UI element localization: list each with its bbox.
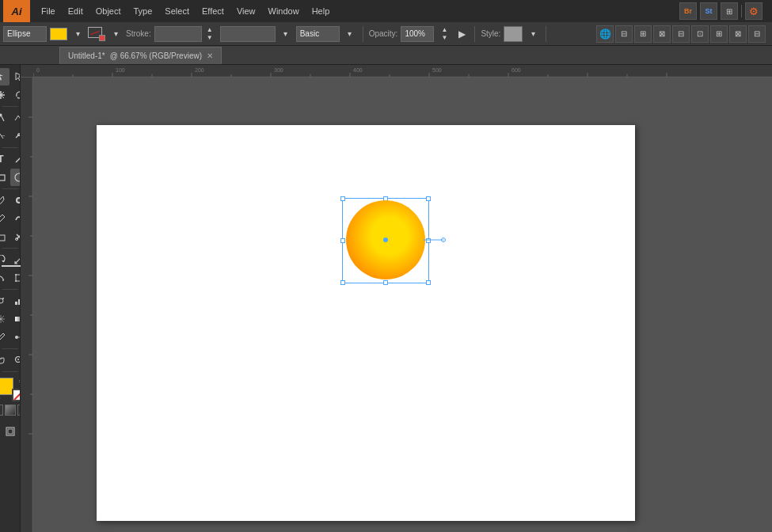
canvas-area[interactable]: 0 100 200 300 400 500 600 xyxy=(21,65,772,532)
menu-select[interactable]: Select xyxy=(158,0,196,22)
arrange-icon4[interactable]: ⊟ xyxy=(672,25,690,43)
free-transform-tool[interactable] xyxy=(10,269,21,287)
column-graph-tool[interactable] xyxy=(10,292,21,310)
menu-window[interactable]: Window xyxy=(262,0,306,22)
opacity-value[interactable]: 100% xyxy=(401,26,434,42)
paintbrush-tool[interactable] xyxy=(0,192,10,209)
arrange-icon1[interactable]: ⊟ xyxy=(615,25,633,43)
svg-point-20 xyxy=(15,274,17,276)
stroke-width-value[interactable] xyxy=(154,26,202,42)
line-tool[interactable] xyxy=(10,150,21,168)
menu-help[interactable]: Help xyxy=(306,0,337,22)
gradient-mode-btn[interactable] xyxy=(5,405,16,416)
menu-type[interactable]: Type xyxy=(127,0,159,22)
eraser-tool[interactable] xyxy=(0,228,10,245)
ellipse-tool[interactable] xyxy=(10,169,21,186)
arrange-icon6[interactable]: ⊞ xyxy=(710,25,728,43)
symbol-sprayer-tool[interactable] xyxy=(0,292,10,310)
lasso-tool[interactable] xyxy=(10,86,21,104)
artboard-container[interactable] xyxy=(33,78,772,532)
scissors-tool[interactable] xyxy=(10,228,21,245)
menu-object[interactable]: Object xyxy=(89,0,127,22)
arrange-icon2[interactable]: ⊞ xyxy=(634,25,652,43)
handle-mid-left[interactable] xyxy=(340,238,345,243)
gradient-center-dot[interactable] xyxy=(383,238,388,242)
basic-dropdown[interactable]: Basic xyxy=(296,26,340,42)
stroke-swatch[interactable] xyxy=(12,389,21,401)
tab-bar: Untitled-1* @ 66.67% (RGB/Preview) ✕ xyxy=(0,46,772,65)
direct-selection-tool[interactable] xyxy=(10,68,21,86)
bridge-btn[interactable]: Br xyxy=(679,2,697,20)
magic-wand-tool[interactable] xyxy=(0,86,10,104)
selection-tool[interactable] xyxy=(0,68,10,86)
globe-icon[interactable]: 🌐 xyxy=(596,25,614,43)
opacity-options[interactable]: ▶ xyxy=(454,27,469,41)
smooth-tool[interactable] xyxy=(10,210,21,227)
workspace-btn[interactable]: ⊞ xyxy=(721,2,738,20)
color-mode-btn[interactable] xyxy=(0,405,3,416)
mesh-tool[interactable] xyxy=(0,310,10,328)
arrange-icon5[interactable]: ⊡ xyxy=(691,25,709,43)
convert-anchor-tool[interactable] xyxy=(10,127,21,145)
tab-title: Untitled-1* xyxy=(68,51,105,60)
opacity-up[interactable]: ▲ xyxy=(437,26,451,34)
hand-tool[interactable] xyxy=(0,352,10,369)
handle-bot-right[interactable] xyxy=(426,280,431,285)
stock-btn[interactable]: St xyxy=(700,2,717,20)
stroke-style-dropdown[interactable]: ▾ xyxy=(279,27,293,41)
arrange-icon7[interactable]: ⊠ xyxy=(729,25,747,43)
color-area: ⇄ ⊙ xyxy=(0,374,21,419)
tab-close-btn[interactable]: ✕ xyxy=(207,51,213,60)
svg-rect-28 xyxy=(15,302,17,305)
style-dropdown[interactable]: ▾ xyxy=(526,27,540,41)
svg-rect-14 xyxy=(0,235,5,241)
handle-bot-center[interactable] xyxy=(383,280,388,285)
handle-top-left[interactable] xyxy=(340,196,345,201)
svg-text:500: 500 xyxy=(432,67,442,73)
handle-top-right[interactable] xyxy=(426,196,431,201)
blob-brush-tool[interactable] xyxy=(10,192,21,209)
stroke-options-dropdown[interactable]: ▾ xyxy=(108,27,123,41)
stroke-icon[interactable] xyxy=(88,27,105,41)
delete-anchor-tool[interactable]: − xyxy=(0,127,10,145)
menu-file[interactable]: File xyxy=(35,0,62,22)
stroke-style[interactable] xyxy=(220,26,276,42)
stroke-width-down[interactable]: ▼ xyxy=(203,34,217,42)
eyedropper-tool[interactable] xyxy=(0,329,10,346)
type-tool[interactable]: T xyxy=(0,150,10,168)
document-tab[interactable]: Untitled-1* @ 66.67% (RGB/Preview) ✕ xyxy=(59,47,222,64)
rect-tool[interactable] xyxy=(0,169,10,186)
default-colors-btn[interactable]: ⊙ xyxy=(0,395,1,401)
pencil-tool[interactable] xyxy=(0,210,10,227)
artboard xyxy=(97,125,635,521)
menu-effect[interactable]: Effect xyxy=(196,0,230,22)
blend-tool[interactable] xyxy=(10,329,21,346)
fill-stroke-area[interactable]: ⇄ ⊙ xyxy=(0,378,21,401)
gradient-handle-dot[interactable] xyxy=(441,238,446,242)
zoom-tool[interactable] xyxy=(10,352,21,369)
tool-separator-3 xyxy=(2,188,18,189)
tool-separator-4 xyxy=(2,248,18,249)
stroke-width-up[interactable]: ▲ xyxy=(203,26,217,34)
handle-bot-left[interactable] xyxy=(340,280,345,285)
warp-tool[interactable] xyxy=(0,269,10,287)
tool-separator-7 xyxy=(2,371,18,372)
arrange-icon8[interactable]: ⊟ xyxy=(748,25,766,43)
change-screen-mode-btn[interactable] xyxy=(2,423,19,440)
svg-point-24 xyxy=(0,298,3,303)
fill-color-swatch[interactable] xyxy=(50,28,67,40)
fill-dropdown[interactable]: ▾ xyxy=(70,27,85,41)
add-anchor-tool[interactable]: + xyxy=(10,109,21,127)
style-preview[interactable] xyxy=(504,26,523,42)
basic-dropdown-arrow[interactable]: ▾ xyxy=(343,27,357,41)
menu-view[interactable]: View xyxy=(230,0,262,22)
arrange-btn[interactable]: ⚙ xyxy=(745,2,762,20)
arrange-icon3[interactable]: ⊠ xyxy=(653,25,671,43)
pen-tool[interactable] xyxy=(0,109,10,127)
gradient-tool[interactable] xyxy=(10,310,21,328)
opacity-down[interactable]: ▼ xyxy=(437,34,451,42)
ellipse-object[interactable] xyxy=(346,200,425,279)
ai-logo: Ai xyxy=(3,0,30,22)
menu-edit[interactable]: Edit xyxy=(62,0,89,22)
options-bar: Ellipse ▾ ▾ Stroke: ▲ ▼ ▾ Basic ▾ Opacit… xyxy=(0,22,772,46)
